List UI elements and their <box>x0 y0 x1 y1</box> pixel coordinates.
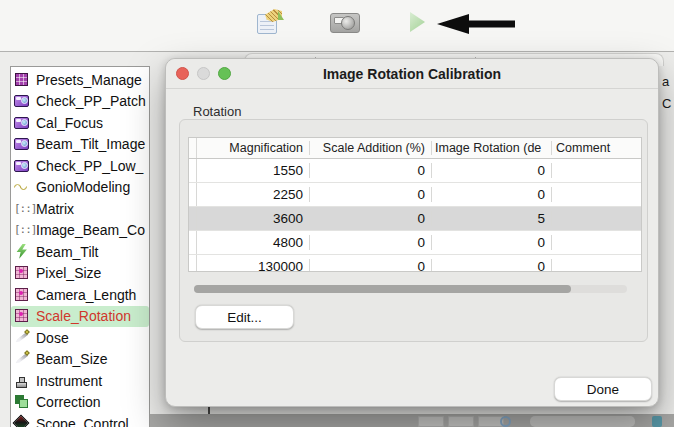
sidebar-item-goniomodeling[interactable]: GonioModeling <box>11 177 149 199</box>
column-header-magnification: Magnification <box>197 141 310 155</box>
sidebar-item-label: Correction <box>36 394 101 410</box>
sidebar-item-dose[interactable]: Dose <box>11 327 149 349</box>
bolt-green-icon <box>14 244 30 260</box>
syringe-icon <box>14 330 30 346</box>
cell-magnification: 4800 <box>197 235 310 250</box>
camera-purple-icon <box>14 115 30 131</box>
run-icon[interactable] <box>410 12 425 32</box>
sidebar-item-correction[interactable]: Correction <box>11 392 149 414</box>
sidebar-item-label: GonioModeling <box>36 179 130 195</box>
cell-magnification: 2250 <box>197 187 310 202</box>
edit-button[interactable]: Edit... <box>195 305 294 329</box>
background-text-fragment: a <box>662 74 669 89</box>
cell-image-rotation: 0 <box>432 163 552 178</box>
camera-purple-icon <box>14 158 30 174</box>
toolbar <box>0 0 674 52</box>
sidebar-item-presets_manage[interactable]: Presets_Manage <box>11 69 149 91</box>
background-button <box>418 416 444 427</box>
grid-pink-icon <box>14 287 30 303</box>
horizontal-scrollbar-thumb[interactable] <box>194 285 571 293</box>
sidebar-item-label: Check_PP_Low_ <box>36 158 143 174</box>
sidebar-item-label: Matrix <box>36 201 74 217</box>
table-row[interactable]: 360005 <box>189 207 641 231</box>
sidebar-item-beam_tilt_image[interactable]: Beam_Tilt_Image <box>11 134 149 156</box>
cell-image-rotation: 5 <box>432 211 552 226</box>
sidebar-item-scope_control[interactable]: Scope_Control <box>11 413 149 427</box>
image-rotation-calibration-dialog: Image Rotation Calibration Rotation Magn… <box>165 58 659 407</box>
column-header-scale-addition: Scale Addition (%) <box>310 141 432 155</box>
rotation-groupbox: Magnification Scale Addition (%) Image R… <box>179 119 648 342</box>
dialog-title: Image Rotation Calibration <box>323 66 501 82</box>
cell-magnification: 1550 <box>197 163 310 178</box>
sidebar-item-label: Presets_Manage <box>36 72 142 88</box>
cell-scale-addition: 0 <box>310 259 432 272</box>
background-field <box>530 416 635 427</box>
calibration-table: Magnification Scale Addition (%) Image R… <box>188 137 642 272</box>
done-button[interactable]: Done <box>554 377 652 401</box>
sidebar-item-beam_size[interactable]: Beam_Size <box>11 349 149 371</box>
table-row[interactable]: 155000 <box>189 159 641 183</box>
sidebar-item-label: Beam_Size <box>36 351 108 367</box>
cell-scale-addition: 0 <box>310 211 432 226</box>
sidebar-item-pixel_size[interactable]: Pixel_Size <box>11 263 149 285</box>
cell-spacer <box>189 159 197 182</box>
background-button <box>652 416 662 427</box>
sidebar-item-matrix[interactable]: Matrix <box>11 198 149 220</box>
annotation-arrow-left-icon <box>437 13 517 35</box>
camera-purple-icon <box>14 136 30 152</box>
sidebar-item-check_pp_patch[interactable]: Check_PP_Patch <box>11 91 149 113</box>
setup-icon[interactable] <box>257 9 284 34</box>
table-row[interactable]: 480000 <box>189 231 641 255</box>
sidebar-item-check_pp_low_[interactable]: Check_PP_Low_ <box>11 155 149 177</box>
sidebar-item-label: Instrument <box>36 373 102 389</box>
correction-squares-icon <box>14 394 30 410</box>
sidebar-item-label: Image_Beam_Co <box>36 222 145 238</box>
window-controls <box>176 67 231 80</box>
camera-purple-icon <box>14 93 30 109</box>
sidebar-item-beam_tilt[interactable]: Beam_Tilt <box>11 241 149 263</box>
cell-image-rotation: 0 <box>432 259 552 272</box>
syringe-icon <box>14 351 30 367</box>
table-header-row: Magnification Scale Addition (%) Image R… <box>189 138 641 159</box>
rotation-group-label: Rotation <box>193 104 241 119</box>
close-button[interactable] <box>176 67 189 80</box>
wave-yellow-icon <box>14 179 30 195</box>
sidebar-item-label: Camera_Length <box>36 287 136 303</box>
camera-icon[interactable] <box>330 13 360 33</box>
corner-glyph <box>278 11 284 20</box>
minimize-button[interactable] <box>197 67 210 80</box>
cell-spacer <box>189 231 197 254</box>
cell-scale-addition: 0 <box>310 187 432 202</box>
grid-pink-icon <box>14 265 30 281</box>
cell-spacer <box>189 183 197 206</box>
sidebar-item-image_beam_co[interactable]: Image_Beam_Co <box>11 220 149 242</box>
sidebar-item-camera_length[interactable]: Camera_Length <box>11 284 149 306</box>
sidebar-item-label: Beam_Tilt <box>36 244 99 260</box>
zoom-button[interactable] <box>218 67 231 80</box>
cell-scale-addition: 0 <box>310 235 432 250</box>
sidebar-item-label: Dose <box>36 330 69 346</box>
cell-magnification: 3600 <box>197 211 310 226</box>
cell-image-rotation: 0 <box>432 187 552 202</box>
matrix-brackets-icon <box>14 222 30 238</box>
matrix-brackets-icon <box>14 201 30 217</box>
sidebar-item-cal_focus[interactable]: Cal_Focus <box>11 112 149 134</box>
background-button <box>500 416 511 427</box>
sidebar-item-label: Pixel_Size <box>36 265 101 281</box>
table-header-spacer <box>189 138 197 158</box>
table-row[interactable]: 225000 <box>189 183 641 207</box>
cell-spacer <box>189 207 197 230</box>
sidebar-item-label: Scope_Control <box>36 416 129 427</box>
grid-purple-icon <box>14 72 30 88</box>
sidebar-item-instrument[interactable]: Instrument <box>11 370 149 392</box>
background-button <box>448 416 474 427</box>
dialog-titlebar[interactable]: Image Rotation Calibration <box>166 59 658 89</box>
background-text-fragment: C <box>662 96 671 111</box>
table-body: 15500022500036000548000013000000 <box>189 159 641 272</box>
instrument-icon <box>14 373 30 389</box>
sidebar-item-scale_rotation[interactable]: Scale_Rotation <box>11 306 149 328</box>
table-row[interactable]: 13000000 <box>189 255 641 272</box>
sidebar-item-label: Cal_Focus <box>36 115 103 131</box>
column-header-image-rotation: Image Rotation (de <box>432 141 552 155</box>
cell-spacer <box>189 255 197 272</box>
